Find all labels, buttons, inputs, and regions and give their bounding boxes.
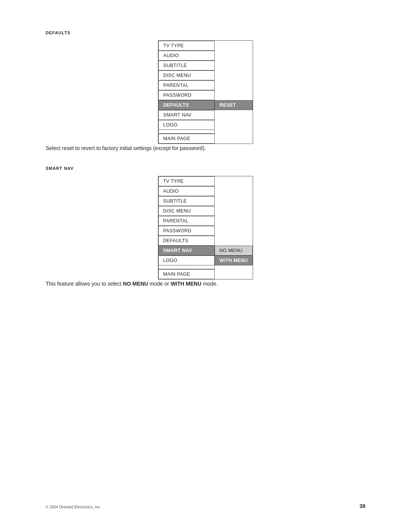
with-menu-button[interactable]: WITH MENU <box>215 256 253 265</box>
page: DEFAULTS TV TYPE AUDIO SUBTITLE DISC MEN… <box>0 0 411 532</box>
active-menu-item[interactable]: DEFAULTS <box>158 100 215 110</box>
empty-cell <box>215 236 253 246</box>
table-row <box>158 265 253 269</box>
empty-cell <box>215 51 253 61</box>
table-row: DISC MENU <box>158 70 253 80</box>
smart-nav-menu-grid: TV TYPE AUDIO SUBTITLE DISC MENU PARENTA… <box>158 176 253 280</box>
table-row: TV TYPE <box>158 176 253 186</box>
list-item: SUBTITLE <box>158 196 215 206</box>
list-item: SUBTITLE <box>158 61 215 70</box>
spacer-cell <box>158 265 215 269</box>
table-row: AUDIO <box>158 51 253 61</box>
table-row: PASSWORD <box>158 226 253 236</box>
defaults-menu-grid: TV TYPE AUDIO SUBTITLE DISC MENU PARENTA… <box>158 40 253 144</box>
empty-cell <box>215 70 253 80</box>
empty-cell <box>215 216 253 226</box>
empty-cell <box>215 90 253 100</box>
smart-nav-section: SMART NAV TV TYPE AUDIO SUBTITLE DISC ME… <box>46 166 365 288</box>
table-row: PARENTAL <box>158 80 253 90</box>
defaults-description: Select reset to revert to factory initia… <box>46 144 365 152</box>
smart-nav-section-label: SMART NAV <box>46 166 365 171</box>
table-row: MAIN PAGE <box>158 134 253 144</box>
table-row: LOGO WITH MENU <box>158 256 253 265</box>
table-row: DEFAULTS <box>158 236 253 246</box>
table-row: SMART NAV <box>158 110 253 120</box>
empty-cell <box>215 265 253 269</box>
empty-cell <box>215 130 253 134</box>
spacer-cell <box>158 130 215 134</box>
table-row <box>158 130 253 134</box>
empty-cell <box>215 269 253 279</box>
table-row: PARENTAL <box>158 216 253 226</box>
empty-cell <box>215 41 253 51</box>
empty-cell <box>215 176 253 186</box>
table-row: MAIN PAGE <box>158 269 253 279</box>
smart-nav-menu-container: TV TYPE AUDIO SUBTITLE DISC MENU PARENTA… <box>46 176 365 280</box>
defaults-section-label: DEFAULTS <box>46 30 365 35</box>
reset-button[interactable]: RESET <box>215 100 253 110</box>
page-footer: © 2004 Directed Electronics, Inc. 39 <box>46 503 365 509</box>
table-row: DEFAULTS RESET <box>158 100 253 110</box>
copyright-text: © 2004 Directed Electronics, Inc. <box>46 505 101 509</box>
list-item: PASSWORD <box>158 90 215 100</box>
list-item: PASSWORD <box>158 226 215 236</box>
empty-cell <box>215 61 253 70</box>
table-row: PASSWORD <box>158 90 253 100</box>
defaults-section: DEFAULTS TV TYPE AUDIO SUBTITLE DISC MEN… <box>46 30 365 152</box>
table-row: SUBTITLE <box>158 196 253 206</box>
list-item: LOGO <box>158 120 215 130</box>
table-row: DISC MENU <box>158 206 253 216</box>
list-item: SMART NAV <box>158 110 215 120</box>
table-row: AUDIO <box>158 186 253 196</box>
empty-cell <box>215 120 253 130</box>
table-row: LOGO <box>158 120 253 130</box>
list-item: MAIN PAGE <box>158 269 215 279</box>
empty-cell <box>215 196 253 206</box>
empty-cell <box>215 110 253 120</box>
table-row: SMART NAV NO MENU <box>158 246 253 256</box>
empty-cell <box>215 134 253 144</box>
empty-cell <box>215 80 253 90</box>
list-item: PARENTAL <box>158 216 215 226</box>
list-item: TV TYPE <box>158 176 215 186</box>
list-item: TV TYPE <box>158 41 215 51</box>
list-item: DISC MENU <box>158 206 215 216</box>
no-menu-button[interactable]: NO MENU <box>215 246 253 256</box>
defaults-menu-container: TV TYPE AUDIO SUBTITLE DISC MENU PARENTA… <box>46 40 365 144</box>
active-smart-nav-item[interactable]: SMART NAV <box>158 246 215 256</box>
empty-cell <box>215 226 253 236</box>
list-item: AUDIO <box>158 186 215 196</box>
table-row: SUBTITLE <box>158 61 253 70</box>
list-item: PARENTAL <box>158 80 215 90</box>
empty-cell <box>215 206 253 216</box>
list-item: MAIN PAGE <box>158 134 215 144</box>
list-item: DEFAULTS <box>158 236 215 246</box>
page-number: 39 <box>359 503 365 509</box>
empty-cell <box>215 186 253 196</box>
smart-nav-description: This feature allows you to select NO MEN… <box>46 280 365 288</box>
list-item: AUDIO <box>158 51 215 61</box>
list-item: LOGO <box>158 256 215 265</box>
list-item: DISC MENU <box>158 70 215 80</box>
table-row: TV TYPE <box>158 41 253 51</box>
